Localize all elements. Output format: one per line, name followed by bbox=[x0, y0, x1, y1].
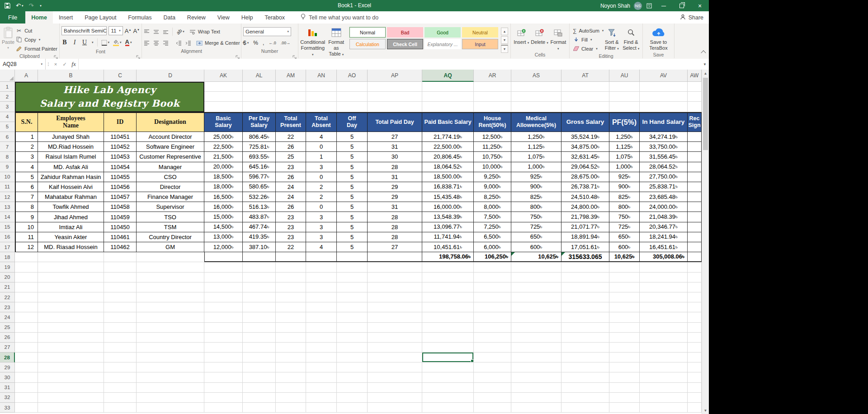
cell[interactable] bbox=[561, 343, 609, 353]
cell[interactable] bbox=[137, 252, 204, 262]
row-header-2[interactable]: 2 bbox=[0, 92, 15, 102]
cell[interactable] bbox=[609, 312, 640, 322]
formula-input[interactable] bbox=[78, 59, 701, 70]
cell[interactable] bbox=[243, 372, 276, 382]
cell[interactable] bbox=[306, 372, 337, 382]
data-cell[interactable] bbox=[688, 232, 702, 242]
cell[interactable] bbox=[306, 282, 337, 292]
cell[interactable] bbox=[104, 282, 137, 292]
autosum-button[interactable]: ∑AutoSum▾ bbox=[571, 26, 602, 35]
cell[interactable] bbox=[368, 383, 422, 393]
data-cell[interactable]: 5 bbox=[337, 152, 368, 162]
data-cell[interactable] bbox=[688, 162, 702, 172]
cell[interactable] bbox=[104, 343, 137, 353]
cell[interactable] bbox=[204, 362, 243, 372]
data-cell[interactable]: 23 bbox=[276, 232, 306, 242]
column-header-AW[interactable]: AW bbox=[688, 70, 702, 82]
cell[interactable] bbox=[104, 292, 137, 302]
cell[interactable] bbox=[511, 383, 561, 393]
data-cell[interactable] bbox=[688, 132, 702, 142]
data-cell[interactable]: 6,500৳ bbox=[474, 232, 511, 242]
cell[interactable] bbox=[15, 403, 38, 413]
row-header-12[interactable]: 12 bbox=[0, 192, 15, 202]
row-header-22[interactable]: 22 bbox=[0, 292, 15, 302]
tell-me-box[interactable]: Tell me what you want to do bbox=[301, 11, 378, 24]
total-cell[interactable] bbox=[337, 252, 368, 262]
cut-button[interactable]: ✂Cut bbox=[14, 26, 59, 35]
minimize-button[interactable]: ─ bbox=[655, 0, 673, 11]
vertical-scrollbar[interactable]: ▲ ▼ bbox=[702, 70, 709, 414]
format-painter-button[interactable]: Format Painter bbox=[14, 44, 59, 53]
collapse-ribbon-icon[interactable] bbox=[702, 48, 705, 56]
data-cell[interactable]: 110462 bbox=[104, 242, 137, 252]
data-cell[interactable]: 3 bbox=[306, 212, 337, 222]
delete-cells-button[interactable]: Delete ▾ bbox=[531, 25, 548, 52]
data-cell[interactable]: 31 bbox=[368, 172, 422, 182]
cell-style-calculation[interactable]: Calculation bbox=[349, 39, 386, 49]
increase-decimal-button[interactable]: ←.0 bbox=[269, 41, 276, 45]
cell[interactable] bbox=[368, 302, 422, 312]
cell[interactable] bbox=[306, 383, 337, 393]
cell[interactable] bbox=[474, 383, 511, 393]
cell[interactable] bbox=[137, 302, 204, 312]
tab-formulas[interactable]: Formulas bbox=[122, 11, 157, 24]
save-to-terabox-button[interactable]: Save toTeraBox bbox=[645, 25, 672, 52]
cell[interactable] bbox=[104, 302, 137, 312]
tab-view[interactable]: View bbox=[212, 11, 236, 24]
cell[interactable] bbox=[561, 362, 609, 372]
cell[interactable] bbox=[276, 302, 306, 312]
cell[interactable] bbox=[38, 393, 104, 403]
cell-style-input[interactable]: Input bbox=[462, 39, 498, 49]
cell[interactable] bbox=[306, 92, 337, 102]
data-cell[interactable]: 5 bbox=[337, 232, 368, 242]
data-cell[interactable]: 467.74৳ bbox=[243, 222, 276, 232]
cell[interactable] bbox=[137, 353, 204, 362]
data-cell[interactable]: 516.13৳ bbox=[243, 202, 276, 212]
cell-style-explanatory[interactable]: Explanatory ... bbox=[425, 39, 461, 49]
column-header-AV[interactable]: AV bbox=[640, 70, 688, 82]
format-cells-button[interactable]: Format ▾ bbox=[549, 25, 567, 52]
data-cell[interactable]: 5 bbox=[337, 242, 368, 252]
cell[interactable] bbox=[561, 323, 609, 333]
data-cell[interactable]: 600৳ bbox=[511, 242, 561, 252]
cell-style-bad[interactable]: Bad bbox=[387, 27, 423, 38]
data-cell[interactable]: 580.65৳ bbox=[243, 182, 276, 192]
column-header-AR[interactable]: AR bbox=[474, 70, 511, 82]
merge-center-button[interactable]: Merge & Center▾ bbox=[195, 39, 245, 47]
cell[interactable] bbox=[15, 262, 38, 272]
cell[interactable] bbox=[204, 323, 243, 333]
row-header-19[interactable]: 19 bbox=[0, 262, 15, 272]
cell[interactable] bbox=[337, 312, 368, 322]
decrease-font-size-button[interactable]: A▼ bbox=[133, 28, 140, 34]
data-cell[interactable]: Kaif Hossein Alvi bbox=[38, 182, 104, 192]
data-cell[interactable]: 725.81৳ bbox=[243, 142, 276, 152]
tab-terabox[interactable]: Terabox bbox=[259, 11, 290, 24]
cell[interactable] bbox=[688, 393, 702, 403]
tab-file[interactable]: File bbox=[0, 11, 25, 24]
data-cell[interactable]: 8,000৳ bbox=[474, 202, 511, 212]
data-cell[interactable]: 29 bbox=[368, 182, 422, 192]
data-cell[interactable]: 25 bbox=[276, 152, 306, 162]
cell[interactable] bbox=[243, 312, 276, 322]
column-header-AN[interactable]: AN bbox=[306, 70, 337, 82]
cell[interactable] bbox=[640, 372, 688, 382]
table-header-cell[interactable]: HouseRent(50%) bbox=[474, 112, 511, 132]
data-cell[interactable]: CSO bbox=[137, 172, 204, 182]
cell[interactable] bbox=[609, 343, 640, 353]
cell[interactable] bbox=[422, 273, 474, 282]
cell[interactable] bbox=[137, 362, 204, 372]
cell[interactable] bbox=[276, 102, 306, 112]
data-cell[interactable]: 4 bbox=[306, 242, 337, 252]
cell[interactable] bbox=[104, 393, 137, 403]
tab-help[interactable]: Help bbox=[236, 11, 259, 24]
cell[interactable] bbox=[204, 82, 243, 92]
data-cell[interactable] bbox=[688, 222, 702, 232]
cell[interactable] bbox=[368, 372, 422, 382]
data-cell[interactable]: 11 bbox=[15, 232, 38, 242]
cell[interactable] bbox=[276, 82, 306, 92]
borders-button[interactable]: ▾ bbox=[101, 40, 110, 46]
cell[interactable] bbox=[276, 393, 306, 403]
cancel-icon[interactable]: × bbox=[51, 59, 60, 70]
data-cell[interactable]: 925৳ bbox=[609, 172, 640, 182]
ribbon-display-options-icon[interactable] bbox=[646, 3, 652, 9]
